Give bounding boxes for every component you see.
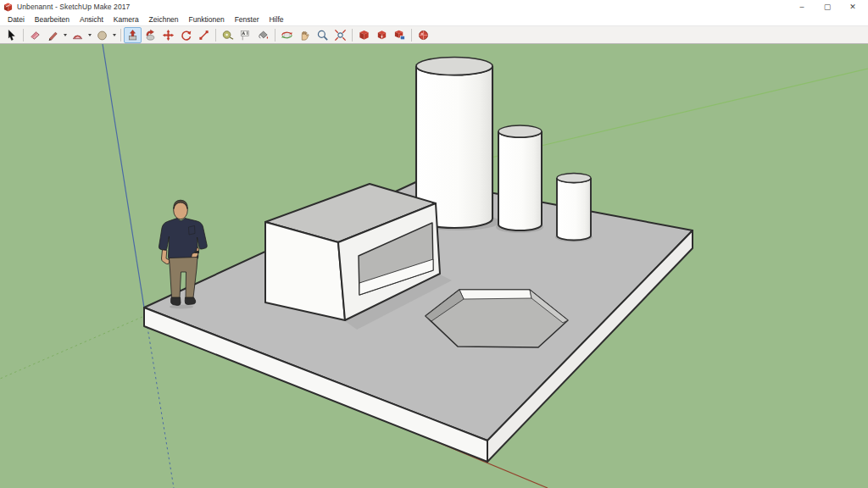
modeling-viewport[interactable]	[0, 44, 868, 488]
menu-datei[interactable]: Datei	[3, 14, 29, 25]
cylinder-large-top[interactable]	[416, 58, 492, 75]
person-shoe-right	[185, 297, 196, 305]
cylinder-medium-top[interactable]	[498, 125, 542, 137]
person-watch	[195, 251, 200, 253]
menu-fenster[interactable]: Fenster	[231, 14, 264, 25]
zoom-magnifier-icon	[316, 29, 329, 42]
person-shadow	[170, 305, 193, 309]
push-pull-tool-button[interactable]	[124, 27, 142, 43]
push-pull-icon	[126, 29, 139, 42]
person-shoe-left	[170, 297, 181, 306]
title-bar: Unbenannt - SketchUp Make 2017 – ▢ ✕	[0, 0, 868, 14]
rotate-icon	[180, 29, 192, 42]
sketchup-logo-icon	[3, 3, 13, 12]
zoom-tool-button[interactable]	[314, 27, 331, 43]
menu-hilfe[interactable]: Hilfe	[264, 14, 287, 25]
toolbar-separator	[215, 29, 216, 42]
tape-measure-icon	[221, 29, 234, 42]
pan-tool-button[interactable]	[296, 27, 314, 43]
paint-bucket-tool-button[interactable]	[254, 27, 272, 43]
cylinder-small[interactable]	[557, 174, 591, 241]
shapes-tool-caret[interactable]	[111, 27, 118, 43]
warehouse-button[interactable]	[415, 27, 432, 43]
toolbar-separator	[120, 29, 121, 42]
scene-svg[interactable]	[0, 44, 868, 488]
cylinder-medium[interactable]	[498, 125, 542, 230]
select-tool-button[interactable]	[3, 27, 20, 43]
getting-started-toolbar	[0, 26, 868, 44]
move-icon	[162, 29, 175, 42]
text-tool-button[interactable]	[236, 27, 254, 43]
toolbar-separator	[411, 29, 412, 42]
arc-tool-caret[interactable]	[86, 27, 93, 43]
line-tool-button[interactable]	[44, 27, 62, 43]
rotate-tool-button[interactable]	[177, 27, 195, 43]
zoom-extents-icon	[334, 29, 347, 42]
cylinder-medium-body[interactable]	[498, 131, 542, 230]
share-model-button[interactable]	[373, 27, 391, 43]
shapes-circle-icon	[96, 29, 108, 42]
pencil-icon	[47, 29, 59, 42]
close-button[interactable]: ✕	[848, 1, 858, 13]
pan-hand-icon	[298, 29, 311, 42]
select-arrow-icon	[5, 29, 18, 42]
menu-kamera[interactable]: Kamera	[109, 14, 143, 25]
get-models-icon	[358, 29, 370, 42]
share-model-icon	[376, 29, 388, 42]
menu-funktionen[interactable]: Funktionen	[185, 14, 229, 25]
scale-icon	[198, 29, 210, 42]
toolbar-separator	[275, 29, 275, 42]
app-window: Unbenannt - SketchUp Make 2017 – ▢ ✕ Dat…	[0, 0, 868, 488]
maximize-button[interactable]: ▢	[822, 1, 832, 13]
eraser-tool-button[interactable]	[26, 27, 44, 43]
cylinder-small-body[interactable]	[557, 178, 591, 241]
shapes-tool-button[interactable]	[93, 27, 111, 43]
get-models-button[interactable]	[355, 27, 373, 43]
text-icon	[239, 29, 252, 42]
paint-bucket-icon	[257, 29, 270, 42]
arc-tool-button[interactable]	[69, 27, 86, 43]
line-tool-caret[interactable]	[62, 27, 69, 43]
tape-measure-tool-button[interactable]	[219, 27, 236, 43]
scale-tool-button[interactable]	[195, 27, 213, 43]
follow-me-icon	[144, 29, 157, 42]
orbit-tool-button[interactable]	[278, 27, 296, 43]
share-component-button[interactable]	[391, 27, 409, 43]
arc-icon	[71, 29, 84, 42]
minimize-button[interactable]: –	[797, 1, 807, 13]
cylinder-small-top[interactable]	[557, 174, 591, 183]
eraser-icon	[29, 29, 42, 42]
orbit-icon	[281, 29, 293, 42]
toolbar-separator	[23, 29, 24, 42]
menu-ansicht[interactable]: Ansicht	[75, 14, 108, 25]
zoom-extents-button[interactable]	[331, 27, 349, 43]
menu-bearbeiten[interactable]: Bearbeiten	[31, 14, 74, 25]
menu-bar: Datei Bearbeiten Ansicht Kamera Zeichnen…	[0, 14, 868, 26]
window-title: Unbenannt - SketchUp Make 2017	[17, 3, 130, 11]
3d-warehouse-icon	[417, 29, 430, 42]
hexagon-back-wall[interactable]	[459, 290, 531, 299]
menu-zeichnen[interactable]: Zeichnen	[145, 14, 183, 25]
toolbar-separator	[352, 29, 353, 42]
follow-me-tool-button[interactable]	[142, 27, 159, 43]
move-tool-button[interactable]	[159, 27, 177, 43]
share-component-icon	[393, 29, 406, 42]
